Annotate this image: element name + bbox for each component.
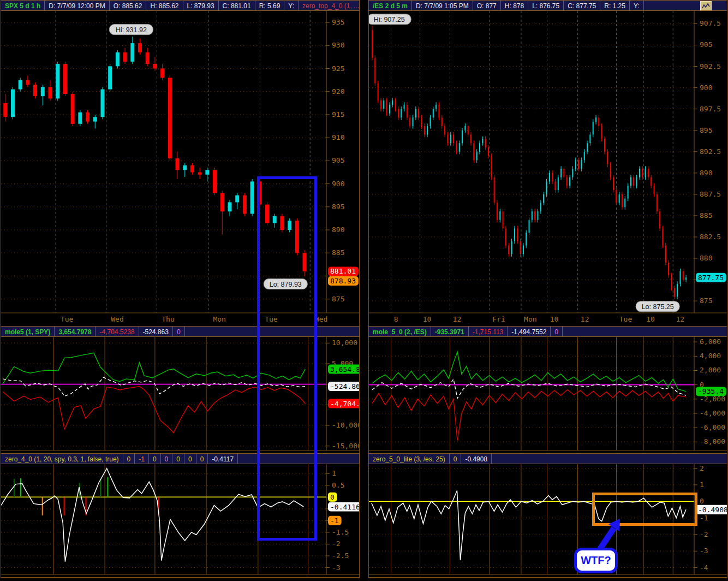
svg-text:897.5: 897.5: [700, 105, 721, 113]
svg-text:907.5: 907.5: [700, 19, 721, 27]
svg-text:10: 10: [550, 315, 559, 323]
spx-zero-indicator-chart[interactable]: 10.5-1.5-2-2.5-30-0.41167-1: [1, 464, 360, 578]
header-cell: 0: [149, 454, 161, 464]
svg-text:Thu: Thu: [162, 315, 174, 323]
svg-text:-2.5: -2.5: [332, 552, 349, 560]
svg-text:890: 890: [332, 226, 344, 234]
svg-text:882.5: 882.5: [700, 233, 721, 241]
header-cell: -0.4117: [208, 454, 238, 464]
chart-style-icon-button[interactable]: [700, 1, 712, 11]
svg-text:887.5: 887.5: [700, 190, 721, 198]
header-cell: D: 7/7/09 1:05 PM: [412, 1, 473, 10]
svg-text:-0.4908: -0.4908: [698, 506, 727, 514]
svg-text:895: 895: [332, 203, 344, 211]
svg-text:-2: -2: [332, 540, 341, 548]
svg-text:902.5: 902.5: [700, 62, 721, 70]
svg-text:3,654.8: 3,654.8: [330, 365, 359, 374]
svg-text:875: 875: [700, 297, 712, 305]
header-cell: Y:: [630, 1, 644, 10]
header-cell: -1,715.113: [469, 327, 508, 336]
svg-text:-1.5: -1.5: [332, 528, 349, 536]
svg-text:Hi: 931.92: Hi: 931.92: [116, 26, 147, 34]
svg-text:892.5: 892.5: [700, 147, 721, 156]
header-cell: H: 878: [501, 1, 528, 10]
svg-text:Fri: Fri: [492, 315, 505, 323]
header-cell: mole5 (1, SPY): [1, 327, 55, 336]
svg-text:878.93: 878.93: [330, 277, 356, 285]
svg-text:-4,000: -4,000: [700, 409, 725, 417]
svg-text:-2: -2: [700, 530, 708, 538]
zero-indicator-header-left: zero_4_0 (1, 20, spy, 0.3, 1, false, tru…: [1, 453, 360, 464]
header-cell: zero_4_0 (1, 20, spy, 0.3, 1, false, tru…: [1, 454, 123, 464]
svg-text:0: 0: [330, 493, 335, 501]
svg-text:1: 1: [700, 481, 704, 489]
svg-text:0: 0: [700, 497, 704, 505]
mole-indicator-header-left: mole5 (1, SPY)3,654.7978-4,704.5238-524.…: [1, 326, 360, 337]
header-cell: mole_5_0 (2, /ES): [369, 327, 431, 336]
svg-text:-8,000: -8,000: [700, 437, 725, 446]
svg-text:Mon: Mon: [524, 315, 536, 323]
svg-text:-524.86: -524.86: [330, 382, 359, 390]
svg-text:-1: -1: [700, 514, 708, 522]
chart-panel-right: /ES 2 d 5 mD: 7/7/09 1:05 PMO: 877H: 878…: [368, 0, 727, 580]
es-mole-indicator-chart[interactable]: 6,0004,0002,0000-2,000-4,000-6,000-8,000…: [368, 337, 727, 453]
svg-text:905: 905: [332, 156, 344, 164]
svg-text:-1: -1: [330, 517, 339, 525]
svg-text:10: 10: [423, 315, 432, 323]
svg-text:877.75: 877.75: [698, 274, 724, 282]
svg-text:935: 935: [332, 18, 344, 26]
header-cell: 0: [184, 454, 196, 464]
svg-text:890: 890: [700, 169, 712, 177]
svg-text:8: 8: [394, 315, 398, 323]
svg-text:Hi: 907.25: Hi: 907.25: [374, 16, 405, 23]
header-cell: C: 877.75: [564, 1, 600, 10]
svg-text:Tue: Tue: [61, 315, 74, 323]
svg-text:880: 880: [700, 254, 712, 262]
svg-text:875: 875: [332, 295, 344, 303]
svg-text:Tue: Tue: [619, 315, 632, 323]
svg-text:4,000: 4,000: [700, 352, 721, 360]
header-cell: 0: [196, 454, 208, 464]
svg-text:900: 900: [700, 84, 712, 92]
svg-text:-4,704.5: -4,704.5: [330, 400, 359, 408]
header-cell: R: 1.25: [600, 1, 630, 10]
zero-indicator-header-right: zero_5_0_lite (3, /es, 25)0-0.4908: [368, 453, 727, 464]
header-cell: 0: [551, 327, 563, 336]
svg-text:885: 885: [700, 211, 712, 220]
header-cell: -1,494.7552: [508, 327, 551, 336]
header-cell: C: 881.01: [219, 1, 255, 10]
header-cell: O: 877: [473, 1, 501, 10]
svg-text:Wed: Wed: [111, 315, 123, 323]
header-cell: 0: [173, 327, 185, 336]
svg-text:900: 900: [332, 180, 344, 188]
header-cell: L: 876.75: [528, 1, 564, 10]
spx-candlestick-chart[interactable]: 935930925920915910905900895890885880875T…: [1, 11, 360, 326]
svg-text:Mon: Mon: [213, 315, 225, 323]
header-cell: 0: [450, 454, 462, 464]
header-cell: 0: [161, 454, 173, 464]
es-candlestick-chart[interactable]: 907.5905902.5900897.5895892.5890887.5885…: [368, 11, 727, 326]
header-cell: R: 5.69: [255, 1, 285, 10]
svg-text:885: 885: [332, 248, 344, 257]
svg-text:910: 910: [332, 133, 344, 141]
header-cell: -4,704.5238: [96, 327, 139, 336]
svg-text:881.01: 881.01: [330, 267, 356, 275]
svg-text:12: 12: [581, 315, 589, 323]
header-cell: -524.863: [139, 327, 173, 336]
svg-text:925: 925: [332, 64, 344, 73]
mole-indicator-header-right: mole_5_0 (2, /ES)-935.3971-1,715.113-1,4…: [368, 326, 727, 337]
svg-text:Wed: Wed: [315, 315, 327, 323]
price-chart-header-left: SPX 5 d 1 hD: 7/7/09 12:00 PMO: 885.62H:…: [1, 0, 360, 11]
svg-text:-15,000: -15,000: [332, 442, 359, 450]
spx-mole-indicator-chart[interactable]: 10,0005,000-10,000-15,0003,654.8-524.86-…: [1, 337, 360, 453]
svg-text:920: 920: [332, 87, 344, 96]
es-zero-indicator-chart[interactable]: 210-1-2-3-4-0.4908: [368, 464, 727, 578]
svg-text:-4: -4: [700, 564, 708, 572]
svg-text:2: 2: [700, 464, 704, 472]
svg-text:Tue: Tue: [265, 315, 278, 323]
svg-text:12: 12: [676, 315, 684, 323]
svg-text:2,000: 2,000: [700, 366, 721, 374]
svg-text:0.5: 0.5: [332, 481, 344, 489]
header-cell: zero_top_4_0 (1, ...: [299, 1, 360, 10]
svg-text:12: 12: [453, 315, 462, 323]
